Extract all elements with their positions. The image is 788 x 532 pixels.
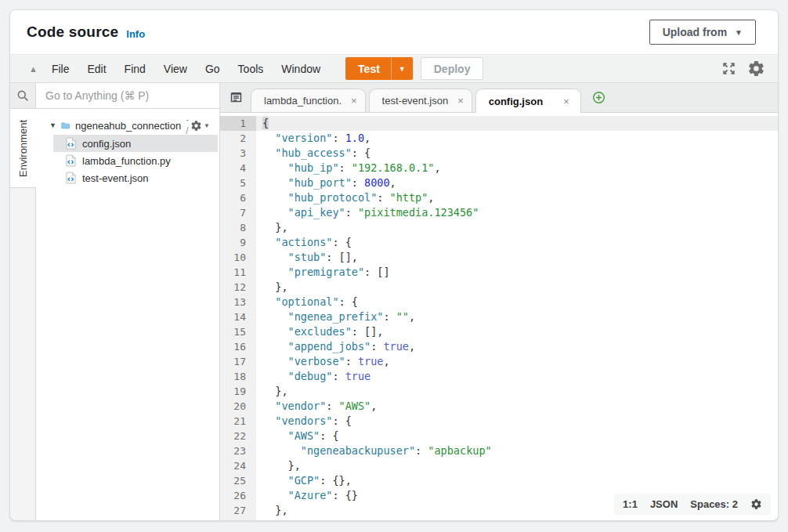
code-line-13[interactable]: 13 "optional": {: [220, 295, 778, 309]
line-number: 8: [220, 220, 256, 235]
code-line-text: "ngeneabackupuser": "apbackup": [256, 443, 778, 458]
file-name: test-event.json: [82, 172, 149, 184]
code-line-text: "version": 1.0,: [256, 131, 778, 146]
menu-file[interactable]: File: [52, 63, 70, 75]
code-line-22[interactable]: 22 "AWS": {: [220, 429, 778, 443]
code-line-21[interactable]: 21 "vendors": {: [220, 414, 778, 429]
line-number: 10: [220, 250, 256, 265]
menu-tools[interactable]: Tools: [238, 63, 264, 75]
left-icon-strip: Environment: [10, 83, 36, 520]
menu-bar: ▲ FileEditFindViewGoToolsWindow Test ▼ D…: [10, 54, 778, 83]
gear-icon: [190, 120, 202, 132]
menu-view[interactable]: View: [164, 63, 187, 75]
collapse-panel-icon[interactable]: ▲: [29, 64, 38, 74]
code-line-14[interactable]: 14 "ngenea_prefix": "",: [220, 309, 778, 324]
editor-tab-config-json[interactable]: config.json×: [475, 89, 581, 113]
line-number: 15: [220, 324, 256, 339]
code-line-text: "AWS": {: [256, 429, 778, 443]
menu-find[interactable]: Find: [125, 63, 146, 75]
upload-from-button[interactable]: Upload from ▼: [649, 20, 756, 45]
editor-tab-test-event-json[interactable]: test-event.json×: [369, 89, 472, 112]
code-editor[interactable]: 1{2 "version": 1.0,3 "hub_access": {4 "h…: [220, 113, 778, 520]
line-number: 27: [220, 503, 256, 518]
tree-file-config-json[interactable]: config.json: [53, 135, 218, 152]
code-line-20[interactable]: 20 "vendor": "AWS",: [220, 399, 778, 414]
menu-edit[interactable]: Edit: [87, 63, 106, 75]
close-tab-icon[interactable]: ×: [563, 96, 569, 107]
editor-tab-bar: lambda_function.×test-event.json×config.…: [220, 83, 778, 113]
line-number: 23: [220, 443, 256, 458]
code-line-text: "api_key": "pixitmedia.123456": [256, 205, 778, 220]
status-settings-button[interactable]: [750, 498, 762, 510]
code-line-9[interactable]: 9 "actions": {: [220, 235, 778, 250]
code-line-1[interactable]: 1{: [220, 116, 778, 131]
code-line-4[interactable]: 4 "hub_ip": "192.168.0.1",: [220, 161, 778, 176]
code-line-text: },: [256, 220, 778, 235]
code-line-28[interactable]: 28 "sites": [: [220, 518, 778, 520]
code-line-text: "hub_access": {: [256, 146, 778, 161]
code-line-25[interactable]: 25 "GCP": {},: [220, 473, 778, 488]
test-button[interactable]: Test: [345, 57, 391, 80]
folder-expand-icon[interactable]: ▼: [49, 121, 56, 129]
code-line-2[interactable]: 2 "version": 1.0,: [220, 131, 778, 146]
code-line-11[interactable]: 11 "premigrate": []: [220, 265, 778, 280]
close-tab-icon[interactable]: ×: [457, 95, 464, 107]
code-line-text: "GCP": {},: [256, 473, 778, 488]
menu-window[interactable]: Window: [281, 63, 320, 75]
code-line-24[interactable]: 24 },: [220, 458, 778, 473]
code-line-6[interactable]: 6 "hub_protocol": "http",: [220, 190, 778, 205]
line-number: 22: [220, 429, 256, 443]
code-line-text: "actions": {: [256, 235, 778, 250]
line-number: 19: [220, 384, 256, 399]
code-line-15[interactable]: 15 "excludes": [],: [220, 324, 778, 339]
info-link[interactable]: Info: [126, 28, 145, 40]
line-number: 14: [220, 309, 256, 324]
line-number: 5: [220, 176, 256, 190]
indent-setting[interactable]: Spaces: 2: [690, 498, 738, 510]
code-line-23[interactable]: 23 "ngeneabackupuser": "apbackup": [220, 443, 778, 458]
code-line-16[interactable]: 16 "append_jobs": true,: [220, 339, 778, 354]
new-tab-button[interactable]: [591, 89, 607, 106]
search-button[interactable]: [10, 83, 36, 109]
code-line-8[interactable]: 8 },: [220, 220, 778, 235]
code-line-text: "optional": {: [256, 295, 778, 309]
code-line-text: },: [256, 384, 778, 399]
go-to-anything-input[interactable]: [36, 83, 219, 109]
page-title: Code source: [27, 24, 118, 41]
caret-down-icon: ▼: [204, 122, 210, 129]
tree-settings-button[interactable]: ▼: [190, 120, 210, 132]
line-number: 26: [220, 488, 256, 503]
tab-list-button[interactable]: [228, 89, 244, 106]
plus-circle-icon: [592, 91, 605, 104]
tree-file-lambda-function-py[interactable]: lambda_function.py: [53, 152, 218, 169]
tab-environment[interactable]: Environment: [10, 109, 36, 187]
test-dropdown-button[interactable]: ▼: [391, 57, 413, 80]
panel-header: Code source Info Upload from ▼: [10, 10, 778, 54]
code-line-19[interactable]: 19 },: [220, 384, 778, 399]
cursor-position[interactable]: 1:1: [623, 498, 638, 510]
close-tab-icon[interactable]: ×: [351, 95, 357, 107]
code-line-18[interactable]: 18 "debug": true: [220, 369, 778, 384]
search-icon: [16, 89, 29, 102]
code-line-10[interactable]: 10 "stub": [],: [220, 250, 778, 265]
editor-tab-lambda-function-[interactable]: lambda_function.×: [251, 89, 366, 112]
tree-folder-row[interactable]: ▼ ngeneahub_connection - / ▼: [36, 116, 219, 135]
code-line-5[interactable]: 5 "hub_port": 8000,: [220, 176, 778, 190]
code-line-17[interactable]: 17 "verbose": true,: [220, 354, 778, 369]
caret-down-icon: ▼: [735, 28, 743, 37]
code-line-3[interactable]: 3 "hub_access": {: [220, 146, 778, 161]
menu-go[interactable]: Go: [205, 63, 220, 75]
language-mode[interactable]: JSON: [650, 498, 678, 510]
code-line-text: "vendors": {: [256, 414, 778, 429]
line-number: 1: [220, 116, 256, 131]
line-number: 13: [220, 295, 256, 309]
deploy-button[interactable]: Deploy: [421, 57, 484, 80]
strip-background: [10, 187, 36, 520]
fullscreen-button[interactable]: [720, 60, 738, 78]
tree-file-test-event-json[interactable]: test-event.json: [53, 169, 218, 186]
editor-menus: FileEditFindViewGoToolsWindow: [52, 63, 320, 75]
code-line-text: "hub_protocol": "http",: [256, 190, 778, 205]
code-line-12[interactable]: 12 },: [220, 280, 778, 295]
editor-settings-button[interactable]: [746, 58, 767, 79]
code-line-7[interactable]: 7 "api_key": "pixitmedia.123456": [220, 205, 778, 220]
